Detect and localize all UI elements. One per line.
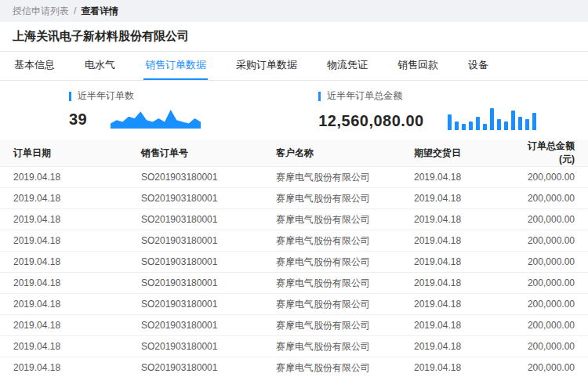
tab-equipment[interactable]: 设备 (466, 52, 490, 80)
cell-amount: 200,000.00 (516, 252, 588, 273)
tab-sales-orders[interactable]: 销售订单数据 (143, 52, 208, 80)
cell-delivery-date: 2019.04.18 (414, 273, 516, 294)
table-header: 订单日期 销售订单号 客户名称 期望交货日 订单总金额(元) (0, 140, 588, 167)
cell-customer: 赛摩电气股份有限公司 (276, 294, 414, 315)
orders-sparkline-chart (111, 107, 201, 129)
table-row[interactable]: 2019.04.18SO201903180001赛摩电气股份有限公司2019.0… (0, 315, 588, 336)
breadcrumb-parent-link[interactable]: 授信申请列表 (13, 5, 69, 18)
table-row[interactable]: 2019.04.18SO201903180001赛摩电气股份有限公司2019.0… (0, 336, 588, 357)
cell-amount: 200,000.00 (516, 336, 588, 357)
table-row[interactable]: 2019.04.18SO201903180001赛摩电气股份有限公司2019.0… (0, 167, 588, 188)
cell-order-date: 2019.04.18 (0, 336, 141, 357)
cell-delivery-date: 2019.04.18 (414, 357, 516, 377)
cell-order-no: SO201903180001 (141, 357, 276, 377)
tab-basic-info[interactable]: 基本信息 (13, 52, 56, 80)
cell-delivery-date: 2019.04.18 (414, 252, 516, 273)
table-body: 2019.04.18SO201903180001赛摩电气股份有限公司2019.0… (0, 167, 588, 377)
cell-order-no: SO201903180001 (141, 294, 276, 315)
orders-sparkline-area (111, 110, 201, 129)
cell-order-date: 2019.04.18 (0, 252, 141, 273)
cell-delivery-date: 2019.04.18 (414, 167, 516, 188)
stat-order-amount-value: 12,560,080.00 (318, 111, 423, 130)
tab-sales-collection[interactable]: 销售回款 (396, 52, 440, 80)
cell-order-date: 2019.04.18 (0, 188, 141, 209)
amount-bar (469, 121, 473, 130)
col-amount: 订单总金额(元) (516, 140, 588, 167)
table-row[interactable]: 2019.04.18SO201903180001赛摩电气股份有限公司2019.0… (0, 357, 588, 377)
cell-customer: 赛摩电气股份有限公司 (276, 167, 414, 188)
cell-customer: 赛摩电气股份有限公司 (276, 209, 414, 230)
breadcrumb: 授信申请列表 / 查看详情 (0, 0, 588, 22)
stat-order-count-header: 近半年订单数 (69, 89, 201, 103)
cell-order-no: SO201903180001 (141, 315, 276, 336)
stat-order-count-body: 39 (69, 107, 201, 129)
screen: 授信申请列表 / 查看详情 上海关讯电子新材料股份有限公司 基本信息 电水气 销… (0, 0, 588, 377)
table-row[interactable]: 2019.04.18SO201903180001赛摩电气股份有限公司2019.0… (0, 273, 588, 294)
cell-amount: 200,000.00 (516, 357, 588, 377)
cell-customer: 赛摩电气股份有限公司 (276, 336, 414, 357)
cell-order-no: SO201903180001 (141, 230, 276, 252)
orders-table: 订单日期 销售订单号 客户名称 期望交货日 订单总金额(元) 2019.04.1… (0, 140, 588, 377)
amount-bar (525, 119, 529, 130)
amount-bar (511, 111, 515, 130)
col-order-no: 销售订单号 (141, 140, 276, 167)
amount-bar (518, 117, 522, 130)
amount-bar (504, 121, 508, 130)
amount-bar (455, 121, 459, 130)
table-row[interactable]: 2019.04.18SO201903180001赛摩电气股份有限公司2019.0… (0, 294, 588, 315)
cell-customer: 赛摩电气股份有限公司 (276, 273, 414, 294)
cell-amount: 200,000.00 (516, 294, 588, 315)
amount-bar (448, 114, 452, 130)
amount-bar (497, 119, 501, 130)
cell-amount: 200,000.00 (516, 315, 588, 336)
title-bar: 上海关讯电子新材料股份有限公司 (0, 22, 588, 52)
stat-order-count-label: 近半年订单数 (78, 89, 134, 103)
cell-amount: 200,000.00 (516, 209, 588, 230)
cell-customer: 赛摩电气股份有限公司 (276, 315, 414, 336)
tab-utilities[interactable]: 电水气 (83, 52, 117, 80)
cell-order-no: SO201903180001 (141, 273, 276, 294)
cell-order-date: 2019.04.18 (0, 209, 141, 230)
cell-order-no: SO201903180001 (141, 167, 276, 188)
cell-order-no: SO201903180001 (141, 336, 276, 357)
cell-order-date: 2019.04.18 (0, 294, 141, 315)
tab-bar: 基本信息 电水气 销售订单数据 采购订单数据 物流凭证 销售回款 设备 (0, 52, 588, 81)
table-row[interactable]: 2019.04.18SO201903180001赛摩电气股份有限公司2019.0… (0, 230, 588, 252)
cell-delivery-date: 2019.04.18 (414, 209, 516, 230)
cell-amount: 200,000.00 (516, 273, 588, 294)
cell-amount: 200,000.00 (516, 167, 588, 188)
amount-bar-chart (448, 107, 536, 130)
cell-order-date: 2019.04.18 (0, 167, 141, 188)
table-row[interactable]: 2019.04.18SO201903180001赛摩电气股份有限公司2019.0… (0, 188, 588, 209)
amount-bar (483, 124, 487, 130)
cell-order-date: 2019.04.18 (0, 357, 141, 377)
table-row[interactable]: 2019.04.18SO201903180001赛摩电气股份有限公司2019.0… (0, 252, 588, 273)
tab-logistics-docs[interactable]: 物流凭证 (325, 52, 369, 80)
cell-customer: 赛摩电气股份有限公司 (276, 230, 414, 252)
cell-delivery-date: 2019.04.18 (414, 230, 516, 252)
stat-order-amount-header: 近半年订单总金额 (318, 89, 535, 103)
blue-tick-icon (318, 92, 321, 101)
cell-order-no: SO201903180001 (141, 188, 276, 209)
stats-section: 近半年订单数 39 近半年订单总金额 12,560,080.00 (0, 81, 588, 140)
cell-customer: 赛摩电气股份有限公司 (276, 252, 414, 273)
detail-card: 上海关讯电子新材料股份有限公司 基本信息 电水气 销售订单数据 采购订单数据 物… (0, 22, 588, 377)
cell-amount: 200,000.00 (516, 230, 588, 252)
cell-customer: 赛摩电气股份有限公司 (276, 188, 414, 209)
breadcrumb-separator: / (74, 5, 76, 16)
col-delivery-date: 期望交货日 (414, 140, 516, 167)
amount-bar (476, 117, 480, 130)
stat-order-amount: 近半年订单总金额 12,560,080.00 (318, 89, 535, 130)
table-row[interactable]: 2019.04.18SO201903180001赛摩电气股份有限公司2019.0… (0, 209, 588, 230)
blue-tick-icon (69, 92, 71, 101)
col-customer: 客户名称 (276, 140, 414, 167)
amount-bar (462, 124, 466, 130)
cell-delivery-date: 2019.04.18 (414, 294, 516, 315)
cell-customer: 赛摩电气股份有限公司 (276, 357, 414, 377)
tab-purchase-orders[interactable]: 采购订单数据 (234, 52, 299, 80)
cell-order-no: SO201903180001 (141, 252, 276, 273)
stat-order-amount-body: 12,560,080.00 (318, 107, 535, 130)
stat-order-count-value: 39 (69, 110, 87, 129)
amount-bar (532, 113, 536, 130)
cell-delivery-date: 2019.04.18 (414, 315, 516, 336)
